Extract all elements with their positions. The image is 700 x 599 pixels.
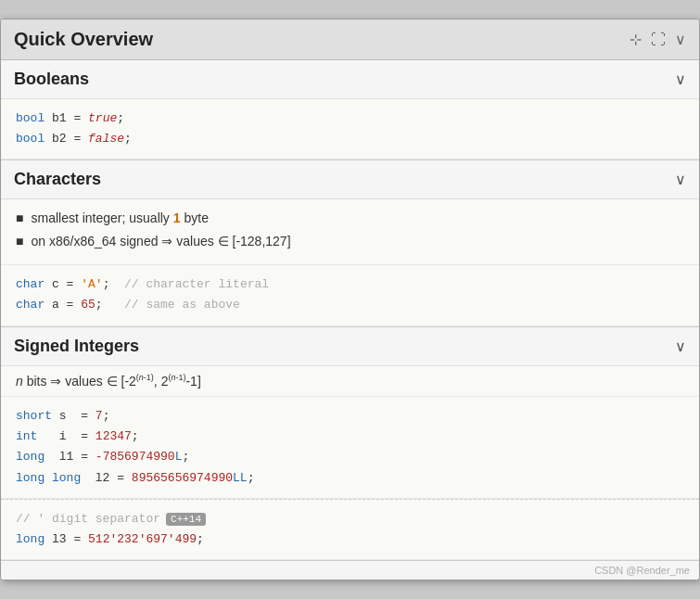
code-block-signed-integers-2: // ' digit separatorC++14 long l3 = 512'…	[1, 500, 699, 560]
code-block-signed-integers-1: short s = 7; int i = 12347; long l1 = -7…	[1, 397, 699, 498]
main-window: Quick Overview ⊹ ⛶ ∨ Booleans ∨ bool b1 …	[0, 19, 700, 580]
code-line: long l1 = -7856974990L;	[16, 447, 684, 467]
chevron-down-title-icon[interactable]: ∨	[675, 31, 686, 48]
window-title: Quick Overview	[14, 29, 153, 50]
info-text: on x86/x86_64 signed ⇒ values ∈ [-128,12…	[31, 232, 290, 251]
expand-icon[interactable]: ⛶	[651, 32, 666, 48]
code-line: // ' digit separatorC++14	[16, 509, 684, 529]
info-block-characters: ■ smallest integer; usually 1 byte ■ on …	[1, 199, 699, 265]
formula-block: n bits ⇒ values ∈ [-2(n-1), 2(n-1)-1]	[1, 366, 699, 398]
info-text: smallest integer; usually 1 byte	[31, 209, 208, 228]
code-block-characters: char c = 'A'; // character literal char …	[1, 265, 699, 325]
bullet-icon: ■	[16, 232, 23, 251]
keyword: bool	[16, 132, 45, 146]
title-bar-icons: ⊹ ⛶ ∨	[630, 31, 686, 48]
chevron-signed-integers-icon: ∨	[675, 338, 686, 355]
bullet-icon: ■	[16, 209, 23, 228]
collapse-icon[interactable]: ⊹	[630, 31, 642, 48]
section-header-booleans[interactable]: Booleans ∨	[1, 60, 699, 99]
watermark: CSDN @Render_me	[1, 561, 699, 580]
keyword: bool	[16, 111, 45, 125]
section-header-characters[interactable]: Characters ∨	[1, 160, 699, 199]
section-booleans: Booleans ∨ bool b1 = true; bool b2 = fal…	[1, 60, 699, 160]
chevron-booleans-icon: ∨	[675, 70, 686, 88]
code-line: long long l2 = 89565656974990LL;	[16, 468, 684, 489]
section-signed-integers: Signed Integers ∨ n bits ⇒ values ∈ [-2(…	[1, 327, 699, 561]
code-line: long l3 = 512'232'697'499;	[16, 529, 684, 550]
chevron-characters-icon: ∨	[675, 171, 686, 188]
section-characters: Characters ∨ ■ smallest integer; usually…	[1, 160, 699, 326]
code-line: char a = 65; // same as above	[16, 295, 684, 315]
section-header-signed-integers[interactable]: Signed Integers ∨	[1, 327, 699, 366]
code-line: bool b1 = true;	[16, 108, 684, 129]
formula-text: n bits ⇒ values ∈ [-2(n-1), 2(n-1)-1]	[16, 374, 201, 389]
title-bar: Quick Overview ⊹ ⛶ ∨	[1, 19, 699, 60]
code-line: bool b2 = false;	[16, 129, 684, 149]
cpp14-badge: C++14	[166, 513, 206, 526]
section-title-signed-integers: Signed Integers	[14, 337, 139, 356]
info-item: ■ on x86/x86_64 signed ⇒ values ∈ [-128,…	[16, 232, 684, 251]
code-line: int i = 12347;	[16, 427, 684, 447]
section-title-characters: Characters	[14, 170, 101, 189]
code-line: char c = 'A'; // character literal	[16, 274, 684, 295]
section-title-booleans: Booleans	[14, 70, 89, 89]
code-block-booleans: bool b1 = true; bool b2 = false;	[1, 99, 699, 159]
code-line: short s = 7;	[16, 406, 684, 427]
info-item: ■ smallest integer; usually 1 byte	[16, 209, 684, 228]
